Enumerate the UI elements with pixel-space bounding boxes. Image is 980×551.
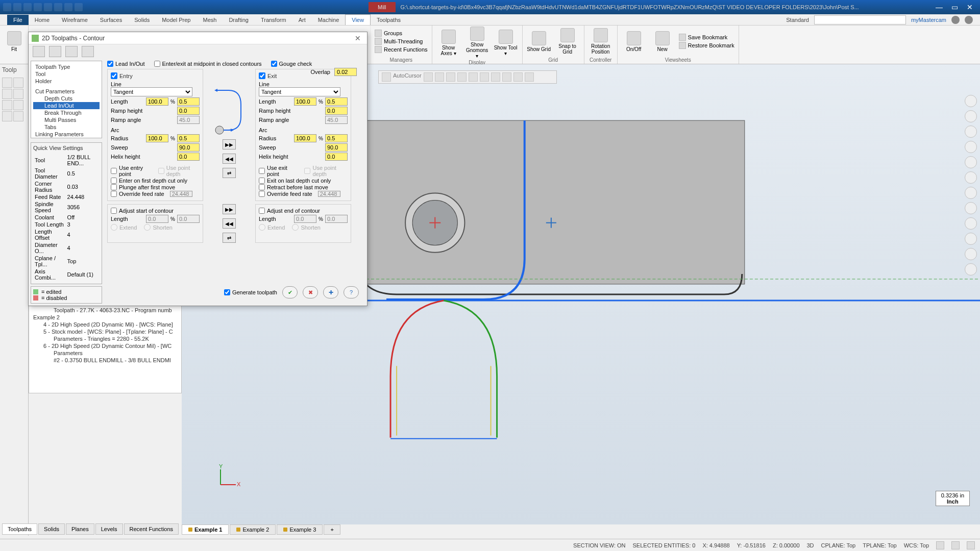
tree-tool[interactable]: Tool [33, 70, 100, 78]
tree-toolpath-type[interactable]: Toolpath Type [33, 63, 100, 70]
tree-node[interactable]: 5 - Stock model - [WCS: Plane] - [Tplane… [31, 328, 179, 335]
entry-helix[interactable] [177, 153, 200, 161]
sel-tool-icon[interactable] [480, 72, 489, 82]
exit-helix[interactable] [325, 153, 348, 161]
my-mastercam-link[interactable]: myMastercam [911, 17, 946, 23]
view-fit-icon[interactable] [965, 126, 977, 138]
view-front-icon[interactable] [965, 187, 977, 199]
exit-radius-pct[interactable] [294, 134, 316, 142]
adjust-start-check[interactable] [111, 208, 117, 214]
entry-length-pct[interactable] [146, 97, 168, 106]
view-rotate-icon[interactable] [965, 141, 977, 153]
status-section-view[interactable]: SECTION VIEW: ON [573, 542, 625, 548]
tab-mesh[interactable]: Mesh [197, 15, 223, 25]
dock-tool-icon[interactable] [2, 111, 12, 121]
status-icon[interactable] [936, 541, 944, 549]
status-wcs[interactable]: WCS: Top [904, 542, 929, 548]
entry-check[interactable] [111, 72, 117, 79]
tree-lead-in-out[interactable]: Lead In/Out [33, 102, 100, 109]
exit-length-pct[interactable] [294, 97, 316, 106]
tree-multi-passes[interactable]: Multi Passes [33, 116, 100, 123]
tab-levels[interactable]: Levels [95, 523, 123, 535]
restore-bookmark-item[interactable]: Restore Bookmark [679, 42, 734, 49]
tree-holder[interactable]: Holder [33, 78, 100, 85]
status-tplane[interactable]: TPLANE: Top [863, 542, 896, 548]
tab-file[interactable]: File [7, 15, 29, 25]
copy-exit-to-entry-button[interactable]: ◀◀ [223, 154, 236, 164]
tab-planes[interactable]: Planes [66, 523, 94, 535]
tab-solids[interactable]: Solids [38, 523, 65, 535]
sel-tool-icon[interactable] [513, 72, 523, 82]
dock-tool-icon[interactable] [2, 78, 12, 88]
qat-paste-icon[interactable] [54, 3, 62, 11]
sel-tool-icon[interactable] [424, 72, 433, 82]
qat-copy-icon[interactable] [44, 3, 52, 11]
rotation-position-button[interactable]: Rotation Position [589, 28, 613, 55]
adjust-copy-right-button[interactable]: ▶▶ [223, 204, 236, 214]
view-pan-icon[interactable] [965, 156, 977, 168]
dock-tool-icon[interactable] [13, 89, 23, 99]
sel-tool-icon[interactable] [491, 72, 500, 82]
tree-node[interactable]: #2 - 0.3750 BULL ENDMILL - 3/8 BULL ENDM… [31, 357, 179, 364]
dock-tool-icon[interactable] [13, 111, 23, 121]
fit-button[interactable]: Fit [4, 31, 24, 52]
qat-redo-icon[interactable] [75, 3, 83, 11]
qat-undo-icon[interactable] [64, 3, 72, 11]
multithreading-item[interactable]: Multi-Threading [375, 38, 428, 45]
groups-item[interactable]: Groups [375, 30, 428, 37]
tab-transform[interactable]: Transform [255, 15, 292, 25]
qat-new-icon[interactable] [3, 3, 11, 11]
recent-functions-item[interactable]: Recent Functions [375, 46, 428, 53]
dock-tool-icon[interactable] [2, 100, 12, 110]
tab-wireframe[interactable]: Wireframe [56, 15, 94, 25]
view-right-icon[interactable] [965, 202, 977, 214]
exit-sweep[interactable] [325, 143, 348, 152]
tree-tabs[interactable]: Tabs [33, 123, 100, 131]
overlap-input[interactable] [334, 68, 357, 76]
use-entry-point-check[interactable] [111, 168, 117, 174]
exit-check[interactable] [259, 72, 265, 79]
view-wire-icon[interactable] [965, 248, 977, 260]
qat-save-icon[interactable] [13, 3, 21, 11]
exit-length-val[interactable] [325, 97, 348, 106]
exit-ramp-height[interactable] [325, 107, 348, 115]
show-tool-button[interactable]: Show Tool ▾ [494, 30, 518, 56]
tab-recent-functions[interactable]: Recent Functions [124, 523, 179, 535]
exit-override-feed-check[interactable] [259, 191, 265, 197]
help-button[interactable]: ? [344, 286, 359, 298]
sel-tool-icon[interactable] [435, 72, 444, 82]
dock-tool-icon[interactable] [2, 89, 12, 99]
tree-linking[interactable]: Linking Parameters [33, 131, 100, 138]
search-input[interactable] [814, 15, 906, 24]
tree-node[interactable]: 4 - 2D High Speed (2D Dynamic Mil) - [WC… [31, 321, 179, 328]
adjust-end-check[interactable] [259, 208, 265, 214]
app-icon[interactable] [951, 16, 960, 24]
toolbar-btn-icon[interactable] [33, 46, 45, 57]
entry-radius-pct[interactable] [146, 134, 168, 142]
apply-button[interactable]: ✚ [323, 286, 338, 298]
tree-break-through[interactable]: Break Through [33, 109, 100, 116]
tree-node[interactable]: Parameters - Triangles = 2280 - 55.2K [31, 335, 179, 342]
toolbar-misc-icon[interactable] [82, 46, 94, 57]
tree-node[interactable]: Parameters [31, 349, 179, 357]
generate-toolpath-check[interactable] [224, 289, 230, 295]
tab-view[interactable]: View [345, 14, 371, 25]
close-icon[interactable]: ✕ [963, 2, 977, 12]
viewsheet-onoff-button[interactable]: On/Off [622, 31, 646, 52]
entry-radius-val[interactable] [177, 134, 200, 142]
tab-home[interactable]: Home [29, 15, 56, 25]
adjust-copy-left-button[interactable]: ◀◀ [223, 218, 236, 229]
tree-node[interactable]: 6 - 2D High Speed (2D Dynamic Contour Mi… [31, 342, 179, 349]
toolbar-save-icon[interactable] [49, 46, 61, 57]
viewsheet-tab[interactable]: Example 1 [182, 524, 229, 535]
status-icon[interactable] [967, 541, 975, 549]
enter-first-depth-check[interactable] [111, 178, 117, 184]
sel-tool-icon[interactable] [502, 72, 511, 82]
ok-button[interactable]: ✔ [282, 286, 298, 298]
view-iso-icon[interactable] [965, 217, 977, 230]
lead-in-out-check[interactable] [107, 61, 113, 67]
tab-surfaces[interactable]: Surfaces [94, 15, 128, 25]
swap-button[interactable]: ⇄ [223, 168, 236, 178]
status-3d[interactable]: 3D [807, 542, 814, 548]
qat-print-icon[interactable] [34, 3, 42, 11]
